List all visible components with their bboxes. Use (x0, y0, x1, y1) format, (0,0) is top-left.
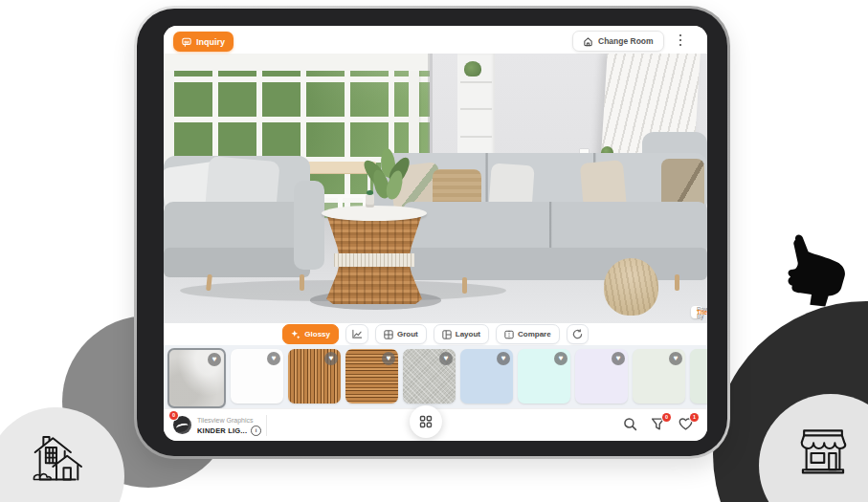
size-chart-icon (351, 329, 363, 339)
tile-tray: ♥♥♥♥♥♥♥♥♥♥ (164, 345, 707, 408)
powered-by-watermark: Powered By Tilesview.ai (691, 306, 702, 318)
bottom-bar: 0 Tilesview Graphics KINDER LIG... i (164, 408, 707, 441)
bottom-bar-icons: 0 1 (623, 417, 694, 432)
home-icon (583, 36, 593, 47)
scene-pouf (604, 258, 658, 315)
viewer-toolbar: Glossy Grout (164, 323, 707, 345)
storefront-icon (792, 419, 854, 478)
tile-swatch-white-tile[interactable]: ♥ (231, 349, 283, 404)
scene-sofa-leg (462, 277, 467, 294)
layout-icon (442, 330, 452, 339)
tile-swatch-pale-sage-tile[interactable]: ♥ (633, 349, 685, 404)
tile-swatch-light-blue-tile[interactable]: ♥ (460, 349, 513, 404)
favorite-heart-icon[interactable]: ♥ (208, 353, 221, 366)
favorite-heart-icon[interactable]: ♥ (554, 352, 568, 365)
layout-label: Layout (456, 330, 480, 338)
inquiry-button[interactable]: Inquiry (173, 32, 234, 52)
selected-tile-row: KINDER LIG... i (197, 426, 261, 436)
filter-badge: 0 (662, 413, 671, 422)
grout-button[interactable]: Grout (375, 324, 427, 344)
scene-sofa-leg (675, 274, 679, 291)
compare-icon (504, 330, 514, 339)
more-menu-icon[interactable] (675, 33, 686, 48)
inquiry-label: Inquiry (196, 37, 225, 47)
filter-button[interactable]: 0 (651, 417, 666, 432)
sparkle-icon (291, 330, 300, 339)
wishlist-button[interactable]: 1 (679, 417, 694, 432)
tile-swatch-pale-lavender-tile[interactable]: ♥ (575, 349, 628, 404)
tablet-device: Inquiry Change Room (134, 6, 730, 459)
divider (266, 415, 267, 436)
refresh-icon (572, 329, 583, 339)
favorite-heart-icon[interactable]: ♥ (497, 352, 510, 365)
size-chart-button[interactable] (345, 324, 368, 344)
selected-tile-name: KINDER LIG... (197, 426, 247, 435)
tile-swatch-pale-green-tile[interactable]: ♥ (690, 349, 707, 404)
glossy-button[interactable]: Glossy (282, 324, 339, 344)
favorite-heart-icon[interactable]: ♥ (267, 352, 280, 365)
scene-shelf-plant (464, 61, 481, 76)
tile-swatch-wood-stripe-horizontal-tile[interactable]: ♥ (345, 349, 398, 404)
tile-swatch-grey-speckle-tile[interactable]: ♥ (403, 349, 456, 404)
room-photo: Powered By Tilesview.ai (164, 54, 707, 323)
favorite-heart-icon[interactable]: ♥ (669, 352, 682, 365)
house-icon (27, 426, 86, 488)
tile-swatch-row: ♥♥♥♥♥♥♥♥♥♥ (167, 349, 707, 404)
scene-wicker-table (322, 207, 428, 305)
scene-right-sofa-base (403, 248, 707, 280)
tile-swatch-pale-cyan-tile[interactable]: ♥ (518, 349, 570, 404)
grout-grid-icon (384, 330, 393, 339)
cart-badge: 0 (169, 411, 178, 420)
scene-plant (367, 148, 411, 202)
page: Inquiry Change Room (0, 0, 868, 502)
glossy-label: Glossy (304, 330, 330, 338)
thumbs-up-icon (771, 212, 852, 325)
favorite-heart-icon[interactable]: ♥ (324, 352, 338, 365)
info-icon[interactable]: i (251, 426, 261, 436)
grid-apps-icon (419, 415, 433, 428)
reset-button[interactable] (567, 324, 589, 344)
tile-swatch-wood-stripe-vertical-tile[interactable]: ♥ (288, 349, 341, 404)
search-icon (623, 417, 637, 431)
change-room-button[interactable]: Change Room (572, 31, 664, 52)
scene-left-sofa-arm (294, 181, 323, 270)
catalog-fab-button[interactable] (410, 405, 442, 438)
app-header: Inquiry Change Room (164, 26, 707, 54)
layout-button[interactable]: Layout (434, 324, 489, 344)
favorite-heart-icon[interactable]: ♥ (439, 352, 453, 365)
brand-name: Tilesview Graphics (197, 417, 253, 424)
tile-swatch-grey-marble-tile[interactable]: ♥ (167, 348, 226, 408)
grout-label: Grout (397, 330, 418, 338)
compare-label: Compare (518, 330, 551, 338)
compare-button[interactable]: Compare (496, 324, 560, 344)
favorite-heart-icon[interactable]: ♥ (382, 352, 395, 365)
search-button[interactable] (623, 417, 638, 432)
chat-icon (182, 37, 191, 47)
powered-by-brand: Tilesview.ai (697, 309, 707, 316)
app-screen: Inquiry Change Room (164, 26, 707, 441)
change-room-label: Change Room (598, 36, 654, 46)
scene-left-sofa-base (164, 248, 310, 277)
wishlist-badge: 1 (690, 413, 699, 422)
tablet-bezel: Inquiry Change Room (137, 9, 727, 456)
scene-sofa-leg (300, 274, 304, 291)
scene-candle (366, 194, 374, 207)
favorite-heart-icon[interactable]: ♥ (612, 352, 625, 365)
